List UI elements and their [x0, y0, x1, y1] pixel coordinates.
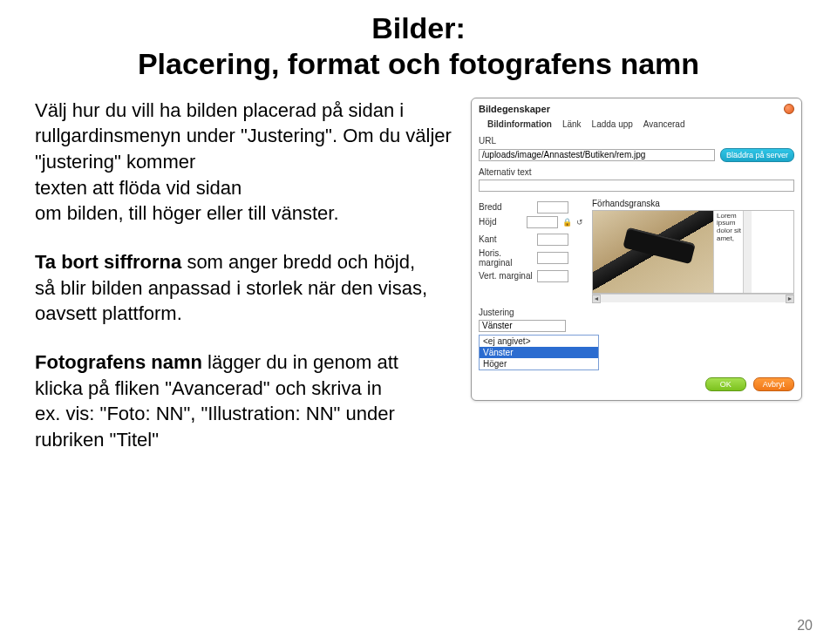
preview-box: Lorem ipsum dolor sit amet, [592, 210, 794, 294]
dialog-tabs: Bildinformation Länk Ladda upp Avancerad [479, 119, 794, 129]
url-input[interactable] [479, 149, 715, 161]
p1-a: Välj hur du vill ha bilden placerad på s… [35, 99, 452, 173]
height-label: Höjd [479, 217, 524, 227]
scroll-left-icon[interactable]: ◄ [592, 295, 601, 303]
justering-group: Justering <ej angivet> Vänster Höger [479, 308, 794, 370]
image-properties-dialog: Bildegenskaper Bildinformation Länk Ladd… [471, 98, 802, 401]
p3-c: ex. vis: "Foto: NN", "Illustration: NN" … [35, 403, 395, 451]
justering-select[interactable] [479, 320, 566, 332]
p2-b: så blir bilden anpassad i storlek när de… [35, 277, 427, 325]
border-input[interactable] [537, 234, 568, 246]
p2-bold: Ta bort siffrorna [35, 251, 181, 273]
scrollbar-vertical[interactable] [743, 211, 752, 293]
justering-option-none[interactable]: <ej angivet> [480, 336, 598, 347]
vmargin-label: Vert. marginal [479, 271, 534, 281]
dimensions-group: Bredd Höjd 🔒 ↺ Kant [479, 199, 583, 302]
p2-a: som anger bredd och höjd, [181, 251, 415, 273]
ok-button[interactable]: OK [705, 377, 746, 391]
hmargin-label: Horis. marginal [479, 248, 534, 268]
p1-b: texten att flöda vid sidan [35, 177, 242, 199]
browse-server-button[interactable]: Bläddra på server [720, 148, 794, 162]
reset-icon[interactable]: ↺ [576, 218, 583, 227]
url-label: URL [479, 136, 496, 146]
tab-link[interactable]: Länk [562, 119, 582, 129]
cancel-button[interactable]: Avbryt [753, 377, 794, 391]
tab-avancerad[interactable]: Avancerad [643, 119, 685, 129]
preview-label: Förhandsgranska [592, 199, 794, 208]
close-icon[interactable] [784, 104, 794, 114]
alt-text-input[interactable] [479, 180, 794, 192]
paragraph-2: Ta bort siffrorna som anger bredd och hö… [35, 249, 455, 327]
alt-text-label: Alternativ text [479, 167, 532, 177]
title-line-2: Placering, format och fotografens namn [35, 46, 802, 82]
scrollbar-horizontal[interactable]: ◄ ► [592, 294, 794, 302]
dialog-title: Bildegenskaper [479, 104, 794, 114]
width-label: Bredd [479, 202, 534, 212]
height-input[interactable] [527, 216, 558, 228]
tab-bildinformation[interactable]: Bildinformation [487, 119, 552, 129]
hmargin-input[interactable] [537, 252, 568, 264]
page-number: 20 [797, 618, 813, 634]
preview-image [593, 211, 713, 294]
preview-lorem: Lorem ipsum dolor sit amet, [713, 211, 743, 293]
p3-a: lägger du in genom att [202, 351, 398, 373]
justering-option-right[interactable]: Höger [480, 358, 598, 369]
justering-label: Justering [479, 308, 794, 317]
vmargin-input[interactable] [537, 270, 568, 282]
slide-title: Bilder: Placering, format och fotografen… [35, 10, 802, 82]
justering-dropdown: <ej angivet> Vänster Höger [479, 335, 599, 370]
paragraph-1: Välj hur du vill ha bilden placerad på s… [35, 98, 455, 227]
preview-group: Förhandsgranska Lorem ipsum dolor sit am… [592, 199, 794, 302]
title-line-1: Bilder: [35, 10, 802, 46]
p3-b: klicka på fliken "Avancerad" och skriva … [35, 377, 382, 399]
p3-bold: Fotografens namn [35, 351, 202, 373]
width-input[interactable] [537, 201, 568, 214]
paragraph-3: Fotografens namn lägger du in genom att … [35, 349, 455, 453]
tab-upload[interactable]: Ladda upp [592, 119, 633, 129]
justering-option-left[interactable]: Vänster [480, 347, 598, 358]
p1-c: om bilden, till höger eller till vänster… [35, 202, 339, 224]
border-label: Kant [479, 234, 534, 244]
body-text: Välj hur du vill ha bilden placerad på s… [35, 98, 455, 476]
lock-icon[interactable]: 🔒 [562, 218, 572, 227]
scroll-right-icon[interactable]: ► [786, 295, 794, 303]
